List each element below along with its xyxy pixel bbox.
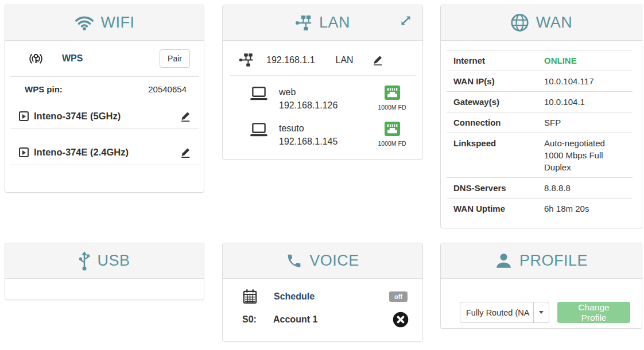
table-row: Gateway(s) 10.0.104.1 <box>447 91 633 112</box>
port-speed-label: 1000M FD <box>378 104 406 111</box>
wan-row-value: Auto-negotiated 1000 Mbps Full Duplex <box>544 137 618 173</box>
expand-arrows-icon[interactable] <box>398 13 413 30</box>
ssid-row-5ghz: Inteno-374E (5GHz) <box>10 110 199 129</box>
profile-panel-header[interactable]: PROFILE <box>441 243 642 279</box>
wan-panel-body: Internet ONLINE WAN IP(s) 10.0.104.117 G… <box>441 50 642 219</box>
wan-row-label: Gateway(s) <box>453 96 544 108</box>
lan-device-row: web 192.168.1.126 <box>223 76 422 112</box>
usb-panel-header[interactable]: USB <box>5 243 204 279</box>
wan-row-label: WAN IP(s) <box>453 75 544 87</box>
ssid-row-2-4ghz: Inteno-374E (2.4GHz) <box>10 146 199 165</box>
lan-panel-header[interactable]: LAN <box>223 5 422 41</box>
network-icon <box>239 53 254 67</box>
gateway-ip: 192.168.1.1 <box>266 55 315 65</box>
wifi-panel-title: WIFI <box>101 14 135 32</box>
wifi-panel-body: WPS Pair WPS pin: 20540654 Inteno-374E (… <box>5 41 204 165</box>
table-row: WAN Uptime 6h 18m 20s <box>447 198 633 219</box>
table-row: Connection SFP <box>447 112 633 133</box>
table-row: WAN IP(s) 10.0.104.117 <box>447 71 633 91</box>
wan-row-label: Linkspeed <box>453 137 544 173</box>
table-row: Linkspeed Auto-negotiated 1000 Mbps Full… <box>447 133 633 177</box>
profile-panel-title: PROFILE <box>519 252 588 270</box>
table-row: Internet ONLINE <box>447 50 633 71</box>
wifi-panel: WIFI WPS Pair <box>5 5 204 193</box>
wifi-panel-header[interactable]: WIFI <box>5 5 204 41</box>
schedule-row: Schedule off <box>223 279 422 305</box>
phone-icon <box>286 252 302 269</box>
voice-panel: VOICE <box>222 243 423 342</box>
wps-pin-row: WPS pin: 20540654 <box>5 77 204 94</box>
lan-panel: LAN <box>222 5 423 160</box>
profile-select[interactable]: Fully Routed (NA <box>460 302 549 323</box>
change-profile-button[interactable]: Change Profile <box>557 302 630 323</box>
device-ip: 192.168.1.126 <box>279 99 337 112</box>
account-name: Account 1 <box>273 314 317 325</box>
laptop-icon <box>249 122 269 138</box>
wan-panel-title: WAN <box>536 14 573 32</box>
usb-icon <box>79 251 90 271</box>
schedule-link[interactable]: Schedule <box>274 291 315 302</box>
wps-pin-label: WPS pin: <box>25 84 63 94</box>
device-ip: 192.168.1.145 <box>279 135 337 148</box>
device-info: tesuto 192.168.1.145 <box>279 122 337 148</box>
voice-panel-header[interactable]: VOICE <box>223 243 422 279</box>
wan-status-table: Internet ONLINE WAN IP(s) 10.0.104.117 G… <box>447 50 633 219</box>
ethernet-port-icon <box>385 122 400 138</box>
wan-status-online: ONLINE <box>544 55 618 67</box>
lan-panel-title: LAN <box>319 14 350 32</box>
edit-icon[interactable] <box>180 110 191 122</box>
globe-icon <box>510 13 529 32</box>
wifi-icon <box>75 15 94 31</box>
user-icon <box>495 252 513 270</box>
lan-device-row: tesuto 192.168.1.145 <box>223 112 422 148</box>
times-circle-icon[interactable] <box>393 312 409 328</box>
profile-panel-body: Fully Routed (NA Change Profile <box>441 279 642 323</box>
calendar-icon <box>242 289 258 305</box>
wps-antenna-key-icon <box>28 52 44 66</box>
network-icon <box>295 15 312 30</box>
device-name: tesuto <box>279 122 337 135</box>
profile-select-value: Fully Routed (NA <box>460 302 533 322</box>
voice-account-row: S0: Account 1 <box>223 305 422 328</box>
caret-right-square-icon[interactable] <box>19 147 29 157</box>
wan-row-value: SFP <box>544 116 618 129</box>
device-port: 1000M FD <box>374 85 410 111</box>
usb-panel-title: USB <box>97 252 130 270</box>
device-name: web <box>279 85 337 99</box>
wps-row: WPS Pair <box>10 41 199 77</box>
laptop-icon <box>249 85 269 102</box>
schedule-status-badge: off <box>389 291 408 302</box>
wan-row-value: 8.8.8.8 <box>544 182 618 194</box>
profile-panel: PROFILE Fully Routed (NA Change Profile <box>440 243 642 329</box>
wan-panel: WAN Internet ONLINE WAN IP(s) 10.0.104.1… <box>440 5 642 228</box>
gateway-name: LAN <box>336 55 354 65</box>
wan-row-label: WAN Uptime <box>453 203 544 215</box>
voice-panel-title: VOICE <box>309 252 359 270</box>
wan-row-label: DNS-Servers <box>453 182 544 194</box>
lan-gateway-row: 192.168.1.1 LAN <box>230 41 416 76</box>
ethernet-port-icon <box>385 85 400 102</box>
account-prefix: S0: <box>242 314 273 325</box>
pair-button[interactable]: Pair <box>160 49 190 68</box>
voice-panel-body: Schedule off S0: Account 1 <box>223 279 422 328</box>
usb-panel: USB <box>5 243 204 300</box>
edit-icon[interactable] <box>180 146 191 158</box>
wps-pin-value: 20540654 <box>148 84 187 94</box>
wan-row-label: Connection <box>453 116 544 129</box>
wan-panel-header[interactable]: WAN <box>441 5 642 41</box>
wps-label: WPS <box>62 53 83 64</box>
wan-row-value: 10.0.104.1 <box>544 96 618 108</box>
lan-panel-body: 192.168.1.1 LAN web <box>223 41 422 148</box>
ssid-name: Inteno-374E (5GHz) <box>34 111 121 122</box>
port-speed-label: 1000M FD <box>378 140 406 147</box>
device-port: 1000M FD <box>374 122 410 147</box>
caret-right-square-icon[interactable] <box>19 111 29 121</box>
router-dashboard: WIFI WPS Pair <box>0 0 644 350</box>
wan-row-label: Internet <box>453 55 544 67</box>
wan-row-value: 10.0.104.117 <box>544 75 618 87</box>
ssid-name: Inteno-374E (2.4GHz) <box>34 147 129 158</box>
caret-down-icon[interactable] <box>533 302 549 322</box>
table-row: DNS-Servers 8.8.8.8 <box>447 177 633 198</box>
wan-row-value: 6h 18m 20s <box>544 203 618 215</box>
edit-icon[interactable] <box>372 54 383 66</box>
